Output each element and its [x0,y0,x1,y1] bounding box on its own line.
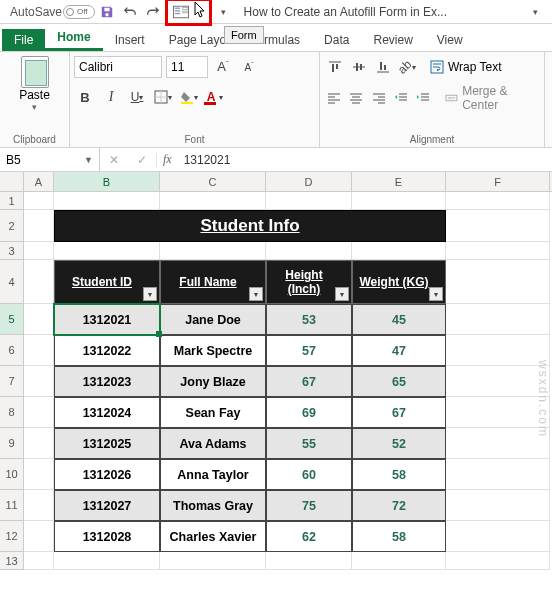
font-color-icon[interactable]: A▾ [204,86,226,108]
cell[interactable] [446,490,550,521]
undo-icon[interactable] [119,5,141,19]
name-box[interactable]: B5 ▼ [0,148,100,171]
cell[interactable] [446,521,550,552]
align-center-icon[interactable] [346,87,366,109]
cell[interactable] [446,260,550,304]
row-header[interactable]: 3 [0,242,24,260]
cell[interactable] [352,192,446,210]
form-icon[interactable] [170,5,192,19]
cell[interactable] [446,397,550,428]
merge-center-button[interactable]: Merge & Center [445,84,540,112]
cell-student-id[interactable]: 1312028 [54,521,160,552]
cell[interactable] [24,459,54,490]
cell-height[interactable]: 55 [266,428,352,459]
row-header[interactable]: 6 [0,335,24,366]
font-name-combo[interactable] [74,56,162,78]
col-header-a[interactable]: A [24,172,54,191]
cell-weight[interactable]: 58 [352,521,446,552]
cell[interactable] [24,521,54,552]
cell-student-id[interactable]: 1312021 [54,304,160,335]
col-header-b[interactable]: B [54,172,160,191]
cell-weight[interactable]: 45 [352,304,446,335]
cell-full-name[interactable]: Jony Blaze [160,366,266,397]
cell[interactable] [446,366,550,397]
cell[interactable] [24,397,54,428]
wrap-text-button[interactable]: Wrap Text [430,60,502,74]
underline-button[interactable]: U▾ [126,86,148,108]
cell[interactable] [266,242,352,260]
cell-full-name[interactable]: Charles Xavier [160,521,266,552]
cell[interactable] [446,459,550,490]
tab-data[interactable]: Data [312,29,361,51]
filter-icon[interactable]: ▼ [143,287,157,301]
cell-weight[interactable]: 47 [352,335,446,366]
cell[interactable] [266,192,352,210]
file-tab[interactable]: File [2,29,45,51]
cell[interactable] [24,304,54,335]
cell-height[interactable]: 67 [266,366,352,397]
header-height[interactable]: Height (Inch)▼ [266,260,352,304]
cell-height[interactable]: 75 [266,490,352,521]
cell-full-name[interactable]: Anna Taylor [160,459,266,490]
cell-student-id[interactable]: 1312022 [54,335,160,366]
tab-insert[interactable]: Insert [103,29,157,51]
cell-student-id[interactable]: 1312025 [54,428,160,459]
cell[interactable] [24,335,54,366]
autosave-toggle[interactable]: Off [63,5,95,19]
cell[interactable] [446,552,550,570]
cell[interactable] [24,210,54,242]
cell[interactable] [54,192,160,210]
align-right-icon[interactable] [369,87,389,109]
enter-formula-icon[interactable]: ✓ [128,153,156,167]
font-size-combo[interactable] [166,56,208,78]
col-header-c[interactable]: C [160,172,266,191]
cell[interactable] [446,210,550,242]
row-header[interactable]: 10 [0,459,24,490]
row-header[interactable]: 1 [0,192,24,210]
title-dropdown-icon[interactable]: ▾ [524,7,546,17]
cell-weight[interactable]: 65 [352,366,446,397]
tab-view[interactable]: View [425,29,475,51]
cell[interactable] [446,242,550,260]
cell[interactable] [24,242,54,260]
title-cell[interactable]: Student Info [54,210,446,242]
cell-height[interactable]: 69 [266,397,352,428]
col-header-d[interactable]: D [266,172,352,191]
row-header[interactable]: 9 [0,428,24,459]
cell[interactable] [24,260,54,304]
row-header[interactable]: 8 [0,397,24,428]
cell-height[interactable]: 57 [266,335,352,366]
increase-indent-icon[interactable] [413,87,433,109]
cell-student-id[interactable]: 1312023 [54,366,160,397]
orientation-icon[interactable]: ab▾ [396,56,418,78]
cell[interactable] [54,242,160,260]
cell[interactable] [54,552,160,570]
filter-icon[interactable]: ▼ [249,287,263,301]
filter-icon[interactable]: ▼ [335,287,349,301]
fx-icon[interactable]: fx [157,152,178,167]
row-header[interactable]: 12 [0,521,24,552]
cell[interactable] [446,428,550,459]
cell[interactable] [352,552,446,570]
cell-weight[interactable]: 58 [352,459,446,490]
align-bottom-icon[interactable] [372,56,394,78]
row-header[interactable]: 7 [0,366,24,397]
filter-icon[interactable]: ▼ [429,287,443,301]
tab-review[interactable]: Review [361,29,424,51]
cell[interactable] [446,304,550,335]
cell[interactable] [446,335,550,366]
cell-height[interactable]: 53 [266,304,352,335]
qat-customize-icon[interactable]: ▾ [213,7,235,17]
cell-weight[interactable]: 72 [352,490,446,521]
fill-color-icon[interactable]: ▾ [178,86,200,108]
row-header[interactable]: 2 [0,210,24,242]
align-left-icon[interactable] [324,87,344,109]
cell-weight[interactable]: 67 [352,397,446,428]
cell-full-name[interactable]: Jane Doe [160,304,266,335]
cell[interactable] [266,552,352,570]
col-header-f[interactable]: F [446,172,550,191]
cell-full-name[interactable]: Ava Adams [160,428,266,459]
cell-student-id[interactable]: 1312026 [54,459,160,490]
formula-input[interactable]: 1312021 [178,153,552,167]
row-header[interactable]: 13 [0,552,24,570]
